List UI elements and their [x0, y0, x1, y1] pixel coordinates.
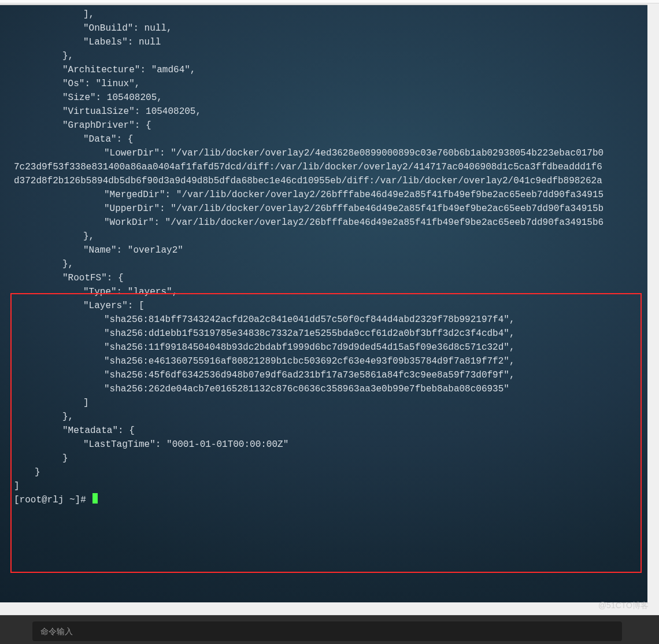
terminal-line: }, — [0, 230, 647, 243]
terminal-line: "Name": "overlay2" — [0, 243, 647, 257]
terminal-line: "LastTagTime": "0001-01-01T00:00:00Z" — [0, 438, 647, 451]
cursor-block — [92, 493, 98, 504]
terminal-line: }, — [0, 49, 647, 63]
terminal-line: "sha256:814bff7343242acfd20a2c841e041dd5… — [0, 313, 647, 327]
terminal-line: "GraphDriver": { — [0, 119, 647, 132]
terminal-line: "WorkDir": "/var/lib/docker/overlay2/26b… — [0, 216, 647, 230]
terminal-pane[interactable]: ],"OnBuild": null,"Labels": null},"Archi… — [0, 5, 647, 602]
terminal-line: ] — [0, 479, 647, 493]
window-top-bar — [0, 0, 659, 3]
terminal-line: "Metadata": { — [0, 424, 647, 438]
terminal-line: "RootFS": { — [0, 271, 647, 285]
terminal-line: "Architecture": "amd64", — [0, 63, 647, 77]
terminal-line: "Os": "linux", — [0, 77, 647, 91]
terminal-line: }, — [0, 410, 647, 424]
terminal-line: ], — [0, 8, 647, 21]
terminal-line: "sha256:e461360755916af80821289b1cbc5036… — [0, 354, 647, 368]
shell-prompt[interactable]: [root@rlj ~]# — [0, 493, 647, 507]
command-input-bar — [0, 615, 659, 644]
terminal-line: "LowerDir": "/var/lib/docker/overlay2/4e… — [0, 146, 647, 160]
terminal-line: "sha256:262de04acb7e0165281132c876c0636c… — [0, 382, 647, 396]
terminal-line: "VirtualSize": 105408205, — [0, 105, 647, 119]
terminal-line: "Data": { — [0, 132, 647, 146]
terminal-line: "Layers": [ — [0, 299, 647, 313]
command-input[interactable] — [32, 621, 622, 641]
terminal-line: "Size": 105408205, — [0, 91, 647, 105]
terminal-line: d372d8f2b126b5894db5db6f90d3a9d49d8b5dfd… — [0, 174, 647, 188]
terminal-line: "Type": "layers", — [0, 285, 647, 299]
terminal-line: "OnBuild": null, — [0, 21, 647, 35]
terminal-line: } — [0, 451, 647, 465]
terminal-line: "Labels": null — [0, 35, 647, 49]
terminal-line: "MergedDir": "/var/lib/docker/overlay2/2… — [0, 188, 647, 202]
terminal-line: "sha256:dd1ebb1f5319785e34838c7332a71e52… — [0, 327, 647, 340]
terminal-line: "sha256:11f99184504048b93dc2bdabf1999d6b… — [0, 340, 647, 354]
terminal-output: ],"OnBuild": null,"Labels": null},"Archi… — [0, 5, 647, 507]
terminal-line: "sha256:45f6df6342536d948b07e9df6ad231bf… — [0, 368, 647, 382]
terminal-line: }, — [0, 257, 647, 271]
terminal-line: "UpperDir": "/var/lib/docker/overlay2/26… — [0, 202, 647, 216]
terminal-line: ] — [0, 396, 647, 410]
terminal-line: 7c23d9f53f338e831400a86aa0404af1fafd57dc… — [0, 160, 647, 174]
terminal-line: } — [0, 465, 647, 479]
